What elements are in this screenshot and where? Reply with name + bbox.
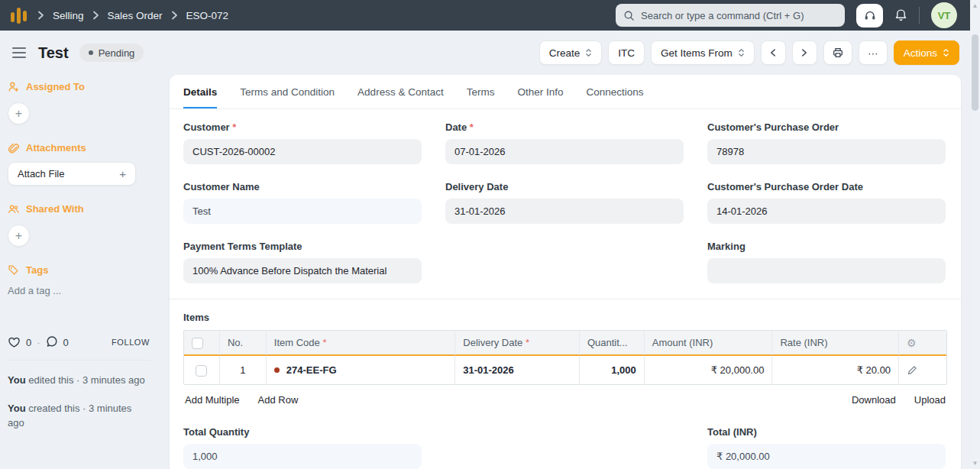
add-row-button[interactable]: Add Row (258, 394, 299, 406)
add-multiple-button[interactable]: Add Multiple (185, 394, 240, 406)
comment-icon[interactable] (46, 336, 58, 348)
prev-document-button[interactable] (761, 40, 786, 65)
chevron-right-icon (171, 11, 178, 20)
edit-row-icon[interactable] (907, 365, 939, 376)
likes-count[interactable]: 0 (26, 337, 31, 348)
more-menu-button[interactable]: ··· (859, 40, 888, 65)
activity-item: You created this · 3 minutes ago (8, 402, 150, 431)
date-input[interactable]: 07-01-2026 (445, 139, 684, 164)
page-scrollbar[interactable]: ▲ ▼ (970, 0, 980, 469)
field-label: Customer Name (183, 181, 260, 192)
field-label: Date (445, 121, 467, 133)
assigned-to-label: Assigned To (26, 81, 85, 92)
gear-icon[interactable]: ⚙ (907, 337, 917, 349)
assigned-to-section: Assigned To + (8, 81, 150, 125)
customers-purchase-order-date-input[interactable]: 14-01-2026 (707, 199, 946, 224)
customers-purchase-order-input[interactable]: 78978 (707, 139, 946, 164)
customer-input[interactable]: CUST-2026-00002 (183, 139, 422, 164)
tab-address-contact[interactable]: Address & Contact (357, 75, 444, 108)
tags-section: Tags Add a tag ... (8, 264, 150, 296)
marking-field: Marking (707, 241, 946, 283)
details-form: Customer * CUST-2026-00002 Date * 07-01-… (170, 109, 961, 299)
total-inr-value: ₹ 20,000.00 (707, 444, 946, 469)
attach-file-button[interactable]: Attach File + (8, 162, 136, 186)
field-label: Total Quantity (183, 426, 249, 438)
activity-actor: You (8, 403, 26, 414)
search-input[interactable] (641, 10, 837, 21)
breadcrumb-selling[interactable]: Selling (53, 10, 84, 21)
form-tabs: Details Terms and Condition Address & Co… (170, 75, 961, 109)
grid-spacer (445, 241, 684, 283)
global-search[interactable] (616, 4, 845, 27)
grid-spacer (445, 426, 684, 469)
tab-details[interactable]: Details (183, 75, 217, 108)
comments-count[interactable]: 0 (63, 337, 69, 348)
breadcrumb: Selling Sales Order ESO-072 (37, 10, 228, 21)
tab-other-info[interactable]: Other Info (517, 75, 563, 108)
rate-cell[interactable]: ₹ 20.00 (771, 356, 898, 384)
column-no: No. (228, 337, 243, 348)
item-code-cell[interactable]: 274-EE-FG (266, 356, 455, 384)
printer-icon (832, 47, 844, 59)
navbar-divider (919, 7, 920, 24)
user-avatar[interactable]: VT (931, 2, 957, 28)
scrollbar-down-icon[interactable]: ▼ (970, 460, 980, 467)
download-button[interactable]: Download (852, 394, 896, 406)
get-items-from-label: Get Items From (661, 47, 733, 59)
actions-label: Actions (904, 47, 937, 59)
actions-button[interactable]: Actions (894, 40, 959, 65)
required-asterisk: * (467, 121, 474, 133)
payment-terms-template-input[interactable]: 100% Advance Before Dispatch the Materia… (183, 258, 422, 283)
add-tag-input[interactable]: Add a tag ... (8, 285, 150, 296)
add-assignment-button[interactable]: + (8, 102, 30, 125)
users-icon (8, 203, 19, 215)
column-item-code: Item Code (274, 337, 320, 348)
tab-connections[interactable]: Connections (586, 75, 643, 108)
item-code-value: 274-EE-FG (286, 364, 337, 376)
ellipsis-icon: ··· (868, 47, 878, 59)
chevron-right-icon (37, 11, 44, 20)
select-all-checkbox[interactable] (192, 338, 203, 349)
tab-terms[interactable]: Terms (467, 75, 495, 108)
print-button[interactable] (823, 40, 852, 65)
activity-item: You edited this · 3 minutes ago (8, 374, 150, 388)
user-plus-icon (8, 81, 19, 92)
delivery-date-field: Delivery Date 31-01-2026 (445, 181, 684, 224)
column-rate: Rate (INR) (780, 337, 827, 348)
breadcrumb-current-doc[interactable]: ESO-072 (186, 10, 229, 21)
item-status-dot-icon (274, 367, 280, 373)
row-no: 1 (240, 364, 245, 376)
chevron-right-icon (801, 48, 807, 57)
tab-terms-and-condition[interactable]: Terms and Condition (240, 75, 335, 108)
notifications-button[interactable] (894, 8, 907, 22)
scrollbar-up-icon[interactable]: ▲ (970, 2, 980, 9)
shared-with-label: Shared With (26, 203, 84, 215)
amount-cell[interactable]: ₹ 20,000.00 (644, 356, 772, 384)
delivery-date-input[interactable]: 31-01-2026 (445, 199, 684, 224)
get-items-from-button[interactable]: Get Items From (651, 40, 755, 65)
field-label: Total (INR) (707, 426, 757, 438)
field-label: Customer's Purchase Order (707, 121, 839, 133)
breadcrumb-sales-order[interactable]: Sales Order (108, 10, 163, 21)
upload-button[interactable]: Upload (914, 394, 946, 406)
quantity-cell[interactable]: 1,000 (579, 356, 644, 384)
itc-button[interactable]: ITC (608, 40, 645, 65)
app-logo-icon[interactable] (11, 5, 27, 26)
follow-button[interactable]: FOLLOW (112, 338, 150, 347)
help-headset-button[interactable] (856, 4, 883, 27)
toolbar: Create ITC Get Items From (539, 40, 959, 65)
add-share-button[interactable]: + (8, 225, 30, 247)
menu-icon[interactable] (9, 44, 29, 61)
required-asterisk: * (522, 337, 529, 348)
marking-input[interactable] (707, 258, 946, 283)
field-label: Delivery Date (445, 181, 508, 192)
column-delivery-date: Delivery Date (463, 337, 522, 348)
dot-separator: · (37, 337, 40, 348)
create-button[interactable]: Create (539, 40, 603, 65)
heart-icon[interactable] (8, 336, 21, 348)
delivery-date-cell[interactable]: 31-01-2026 (454, 356, 579, 384)
form-sidebar: Assigned To + Attachments Attach File + (0, 75, 170, 469)
row-checkbox[interactable] (196, 365, 207, 377)
next-document-button[interactable] (792, 40, 817, 65)
scrollbar-thumb[interactable] (972, 34, 978, 111)
